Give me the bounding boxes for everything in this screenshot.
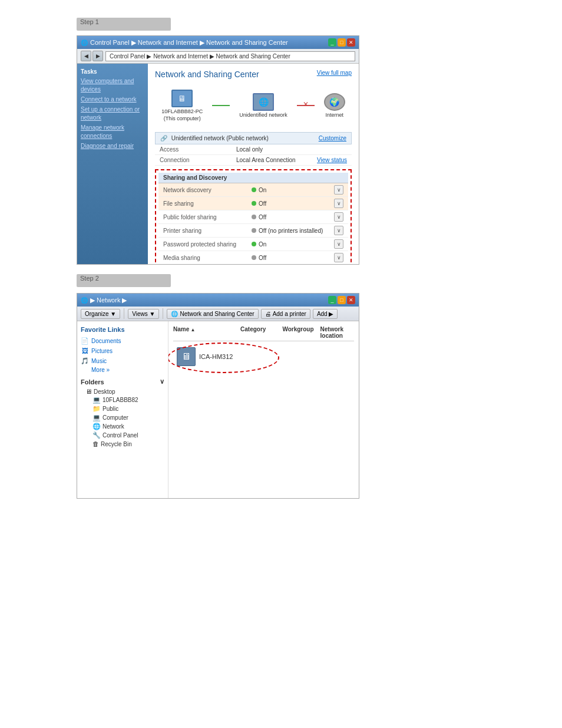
screenshot2-window: 🌐 ▶ Network ▶ _ □ ✕ Organize ▼ Views ▼ 🌐… (77, 293, 359, 499)
add-more-btn[interactable]: Add ▶ (313, 309, 338, 319)
forward-btn[interactable]: ▶ (92, 51, 103, 61)
add-printer-btn[interactable]: 🖨 Add a printer (261, 309, 310, 319)
printer-expand-btn[interactable]: ∨ (334, 226, 343, 235)
filesharing-expand-btn[interactable]: ∨ (334, 199, 343, 208)
unidentified-icon: 🌐 (253, 93, 274, 111)
computer-label: Computer (103, 414, 128, 421)
win2-toolbar: Organize ▼ Views ▼ 🌐 Network and Sharing… (77, 307, 359, 321)
close-btn[interactable]: ✕ (347, 38, 355, 47)
fav-link-music[interactable]: 🎵 Music (81, 357, 164, 365)
music-label: Music (91, 358, 107, 364)
discovery-expand-btn[interactable]: ∨ (334, 185, 343, 195)
titlebar1-path: Control Panel ▶ Network and Internet ▶ N… (90, 39, 288, 47)
sharing-title: Sharing and Discovery (158, 173, 348, 183)
back-btn[interactable]: ◀ (81, 51, 91, 61)
maximize-btn[interactable]: □ (338, 38, 346, 47)
toolbar-divider2 (163, 308, 163, 319)
password-expand-btn[interactable]: ∨ (334, 239, 343, 249)
network-discovery-value: On (252, 187, 334, 193)
net-share-icon: 🌐 (171, 311, 178, 317)
col-category[interactable]: Category (240, 326, 282, 339)
password-protected-label: Password protected sharing (163, 241, 252, 248)
fav-link-pictures[interactable]: 🖼 Pictures (81, 347, 164, 355)
pictures-label: Pictures (91, 348, 113, 354)
toolbar-divider1 (124, 308, 124, 319)
media-sharing-label: Media sharing (163, 255, 252, 261)
win2-maximize-btn[interactable]: □ (338, 296, 346, 304)
col-name[interactable]: Name (173, 326, 240, 339)
folder-network[interactable]: 🌐 Network (81, 423, 164, 430)
folders-title: Folders (81, 378, 104, 386)
connection-label: Connection (160, 157, 236, 163)
nav-icon: 🌐 (81, 39, 88, 46)
address-path[interactable]: Control Panel ▶ Network and Internet ▶ N… (105, 51, 355, 61)
unidentified-label: Unidentified network (239, 112, 287, 118)
win2-minimize-btn[interactable]: _ (328, 296, 336, 304)
titlebar2: 🌐 ▶ Network ▶ _ □ ✕ (77, 294, 359, 307)
shield-icon: 🔗 (160, 135, 167, 141)
sidebar-link-1[interactable]: Connect to a network (81, 95, 144, 104)
music-icon: 🎵 (81, 357, 89, 365)
folders-header[interactable]: Folders ∨ (81, 378, 164, 386)
sidebar-link-2[interactable]: Set up a connection or network (81, 106, 144, 122)
customize-link[interactable]: Customize (319, 135, 346, 141)
win1-body: Tasks View computers and devices Connect… (77, 64, 359, 264)
folder-recyclebin[interactable]: 🗑 Recycle Bin (81, 440, 164, 447)
views-btn[interactable]: Views ▼ (128, 309, 159, 319)
folder-public[interactable]: 📁 Public (81, 405, 164, 413)
sidebar-link-4[interactable]: Diagnose and repair (81, 142, 144, 150)
sidebar-link-0[interactable]: View computers and devices (81, 77, 144, 94)
col-netloc[interactable]: Network location (320, 326, 354, 339)
view-status-link[interactable]: View status (317, 157, 347, 163)
win2-sidebar: Favorite Links 📄 Documents 🖼 Pictures 🎵 … (77, 321, 168, 498)
more-link[interactable]: More » (81, 367, 164, 373)
nav-buttons: ◀ ▶ (81, 51, 103, 61)
media-expand-btn[interactable]: ∨ (334, 253, 343, 262)
network-diagram: 🖥 10FLABBB82-PC (This computer) 🌐 Uniden… (155, 85, 352, 126)
controlpanel-icon: 🔧 (92, 431, 101, 439)
folder-computer[interactable]: 💻 Computer (81, 414, 164, 421)
columns-header: Name Category Workgroup Network location (173, 326, 354, 341)
file-sharing-value: Off (252, 200, 334, 207)
media-sharing-value: Off (252, 255, 334, 261)
col-workgroup[interactable]: Workgroup (282, 326, 320, 339)
network-folder-icon: 🌐 (92, 423, 101, 430)
password-protected-row: Password protected sharing On ∨ (158, 238, 348, 251)
network-section-header: 🔗 Unidentified network (Public network) … (155, 132, 352, 144)
public-folder-value: Off (252, 214, 334, 220)
device-ica-hm312[interactable]: 🖥 ICA-HM312 (173, 345, 236, 368)
organize-btn[interactable]: Organize ▼ (81, 309, 120, 319)
win-controls: _ □ ✕ (328, 38, 355, 47)
connection-value: Local Area Connection (236, 157, 317, 163)
fav-link-documents[interactable]: 📄 Documents (81, 337, 164, 345)
publicfolder-expand-btn[interactable]: ∨ (334, 212, 343, 222)
folder-controlpanel[interactable]: 🔧 Control Panel (81, 431, 164, 439)
pc-sub: (This computer) (164, 116, 201, 121)
folder-10flab[interactable]: 💻 10FLABBB82 (81, 396, 164, 404)
network-sharing-btn[interactable]: 🌐 Network and Sharing Center (167, 309, 258, 319)
desktop-label: Desktop (94, 388, 115, 395)
folder-desktop[interactable]: 🖥 Desktop (81, 388, 164, 395)
publicfolder-status-dot (252, 215, 256, 219)
computer-icon: 💻 (92, 414, 101, 421)
device-icon-ica: 🖥 (177, 347, 196, 366)
win1-main: View full map Network and Sharing Center… (148, 64, 359, 264)
line-red (297, 105, 315, 106)
recyclebin-icon: 🗑 (92, 440, 99, 447)
media-status-dot (252, 255, 256, 260)
minimize-btn[interactable]: _ (328, 38, 336, 47)
public-folder-row: Public folder sharing Off ∨ (158, 210, 348, 224)
internet-label: Internet (326, 112, 344, 118)
sidebar-link-3[interactable]: Manage network connections (81, 124, 144, 140)
password-protected-value: On (252, 241, 334, 248)
unidentified-network-section: 🔗 Unidentified network (Public network) … (155, 132, 352, 166)
printer-icon: 🖨 (265, 311, 271, 317)
win2-close-btn[interactable]: ✕ (347, 296, 355, 304)
access-row: Access Local only (155, 144, 352, 155)
recyclebin-label: Recycle Bin (101, 441, 132, 447)
step1-label: Step 1 (77, 18, 99, 25)
printer-sharing-label: Printer sharing (163, 228, 252, 234)
view-full-map-link[interactable]: View full map (317, 70, 352, 76)
network-item-area: 🖥 ICA-HM312 (173, 345, 236, 368)
titlebar1: 🌐 Control Panel ▶ Network and Internet ▶… (77, 36, 359, 49)
